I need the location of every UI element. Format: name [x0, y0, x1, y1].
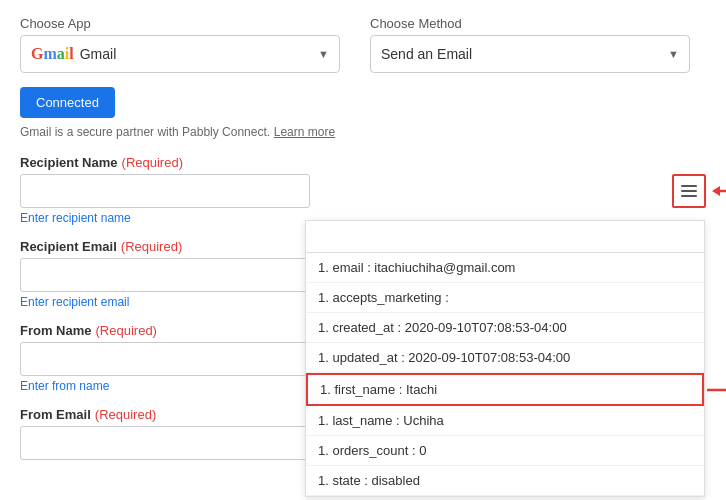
recipient-name-input-wrapper: [20, 174, 706, 208]
learn-more-link[interactable]: Learn more: [274, 125, 335, 139]
connected-button[interactable]: Connected: [20, 87, 115, 118]
menu-lines-icon: [681, 185, 697, 197]
choose-app-label: Choose App: [20, 16, 340, 31]
field-dropdown-panel: 1. email : itachiuchiha@gmail.com1. acce…: [305, 220, 705, 497]
svg-marker-1: [712, 186, 720, 196]
app-value-text: Gmail: [80, 46, 117, 62]
app-select-value: Gmail Gmail: [31, 45, 116, 63]
arrow-to-menu: [712, 182, 726, 200]
from-name-input[interactable]: [20, 342, 310, 376]
dropdown-item-0[interactable]: 1. email : itachiuchiha@gmail.com: [306, 253, 704, 283]
dropdown-item-2[interactable]: 1. created_at : 2020-09-10T07:08:53-04:0…: [306, 313, 704, 343]
red-arrow-icon: [712, 182, 726, 200]
dropdown-item-5[interactable]: 1. last_name : Uchiha: [306, 406, 704, 436]
from-email-input[interactable]: [20, 426, 310, 460]
recipient-email-input[interactable]: [20, 258, 310, 292]
method-select-group: Choose Method Send an Email ▼: [370, 16, 690, 73]
dropdown-item-3[interactable]: 1. updated_at : 2020-09-10T07:08:53-04:0…: [306, 343, 704, 373]
dropdown-item-7[interactable]: 1. state : disabled: [306, 466, 704, 496]
main-container: Choose App Gmail Gmail ▼ Choose Method S…: [0, 0, 726, 490]
dropdown-item-6[interactable]: 1. orders_count : 0: [306, 436, 704, 466]
top-selects-row: Choose App Gmail Gmail ▼ Choose Method S…: [20, 16, 706, 73]
dropdown-item-4[interactable]: 1. first_name : Itachi: [306, 373, 704, 406]
gmail-logo-icon: Gmail: [31, 45, 74, 63]
method-select-dropdown[interactable]: Send an Email ▼: [370, 35, 690, 73]
recipient-name-input[interactable]: [20, 174, 310, 208]
choose-method-label: Choose Method: [370, 16, 690, 31]
app-chevron-icon: ▼: [318, 48, 329, 60]
method-value-text: Send an Email: [381, 46, 472, 62]
menu-icon-button[interactable]: [672, 174, 706, 208]
app-select-dropdown[interactable]: Gmail Gmail ▼: [20, 35, 340, 73]
method-chevron-icon: ▼: [668, 48, 679, 60]
app-select-group: Choose App Gmail Gmail ▼: [20, 16, 340, 73]
recipient-name-label: Recipient Name(Required): [20, 155, 706, 170]
dropdown-items-list: 1. email : itachiuchiha@gmail.com1. acce…: [306, 253, 704, 496]
recipient-name-group: Recipient Name(Required): [20, 155, 706, 225]
dropdown-item-1[interactable]: 1. accepts_marketing :: [306, 283, 704, 313]
secure-notice: Gmail is a secure partner with Pabbly Co…: [20, 124, 706, 139]
secure-text: Gmail is a secure partner with Pabbly Co…: [20, 125, 270, 139]
dropdown-search-input[interactable]: [306, 221, 704, 253]
